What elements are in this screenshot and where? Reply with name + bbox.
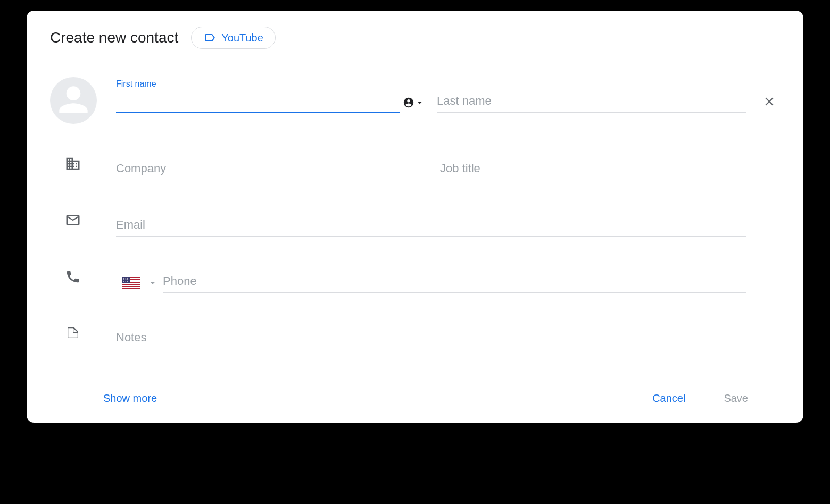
phone-icon-cell — [50, 268, 103, 284]
notes-field-wrap — [116, 327, 746, 349]
email-input[interactable] — [116, 215, 746, 237]
email-field-wrap — [116, 215, 746, 237]
dropdown-icon — [147, 277, 159, 289]
email-icon — [65, 212, 81, 228]
company-icon-cell — [50, 156, 103, 172]
email-row — [50, 204, 780, 237]
company-input[interactable] — [116, 158, 422, 180]
job-title-input[interactable] — [440, 158, 746, 180]
company-field-wrap — [116, 158, 422, 180]
first-name-field-wrap: First name — [116, 91, 400, 113]
show-more-button[interactable]: Show more — [97, 388, 163, 409]
last-name-input[interactable] — [437, 91, 746, 113]
label-icon — [203, 31, 216, 44]
cancel-button[interactable]: Cancel — [646, 388, 692, 409]
notes-row — [50, 316, 780, 349]
clear-name-button[interactable] — [760, 92, 779, 111]
save-button[interactable]: Save — [717, 388, 754, 409]
dialog-header: Create new contact YouTube — [27, 11, 803, 64]
first-name-input[interactable] — [116, 91, 400, 113]
building-icon — [65, 156, 81, 172]
first-name-label: First name — [116, 79, 156, 89]
note-icon — [65, 325, 81, 341]
close-icon — [762, 95, 776, 108]
avatar-cell — [50, 79, 103, 124]
create-contact-dialog: Create new contact YouTube First name — [27, 11, 803, 423]
job-title-field-wrap — [440, 158, 746, 180]
notes-input[interactable] — [116, 327, 746, 349]
last-name-field-wrap — [437, 91, 746, 113]
avatar-button[interactable] — [50, 77, 97, 124]
us-flag-icon: ★★★★★★★★★ — [122, 277, 140, 289]
label-chip[interactable]: YouTube — [191, 27, 276, 49]
dialog-footer: Show more Cancel Save — [27, 375, 803, 423]
person-icon — [56, 83, 90, 117]
name-row: First name — [50, 79, 780, 124]
email-icon-cell — [50, 212, 103, 228]
phone-field-wrap — [163, 271, 746, 293]
phone-icon — [65, 268, 81, 284]
country-select[interactable]: ★★★★★★★★★ — [116, 277, 163, 293]
phone-row: ★★★★★★★★★ — [50, 260, 780, 293]
name-expand-button[interactable] — [403, 97, 425, 113]
dialog-title: Create new contact — [50, 29, 178, 46]
company-row — [50, 147, 780, 180]
notes-icon-cell — [50, 325, 103, 341]
phone-input[interactable] — [163, 271, 746, 293]
chevron-down-icon — [414, 97, 425, 108]
label-chip-text: YouTube — [221, 32, 263, 44]
person-circle-icon — [403, 97, 414, 108]
dialog-body: First name — [27, 64, 803, 375]
